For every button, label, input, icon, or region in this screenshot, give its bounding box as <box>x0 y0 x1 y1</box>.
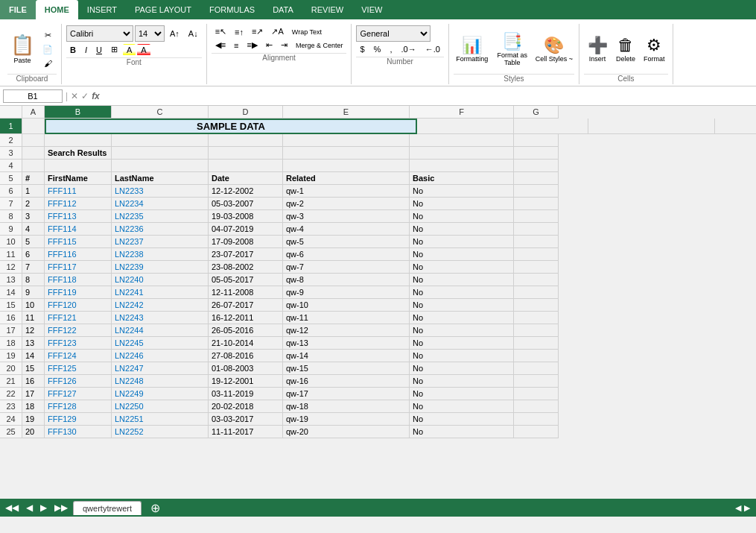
cell-f23[interactable]: No <box>410 400 514 413</box>
cell-c20[interactable]: LN2247 <box>112 362 209 375</box>
cell-c3[interactable] <box>112 147 209 160</box>
cell-e6[interactable]: qw-1 <box>283 185 410 198</box>
cell-c24[interactable]: LN2251 <box>112 413 209 426</box>
cell-a15[interactable]: 10 <box>22 299 45 312</box>
decrease-decimal-button[interactable]: ←.0 <box>422 43 444 55</box>
cell-d16[interactable]: 16-12-2011 <box>209 312 283 324</box>
cell-a21[interactable]: 16 <box>22 375 45 388</box>
cell-a22[interactable]: 17 <box>22 388 45 400</box>
cell-d13[interactable]: 05-05-2017 <box>209 274 283 286</box>
cell-f14[interactable]: No <box>410 286 514 299</box>
cell-d19[interactable]: 27-08-2016 <box>209 350 283 362</box>
cell-a12[interactable]: 7 <box>22 261 45 274</box>
cell-f12[interactable]: No <box>410 261 514 274</box>
row-number[interactable]: 4 <box>0 160 22 172</box>
cell-b16[interactable]: FFF121 <box>45 312 112 324</box>
cell-c16[interactable]: LN2243 <box>112 312 209 324</box>
cell-d18[interactable]: 21-10-2014 <box>209 337 283 350</box>
cell-c1[interactable] <box>417 119 514 134</box>
row-number[interactable]: 17 <box>0 324 22 337</box>
cell-g4[interactable] <box>514 160 559 172</box>
row-number[interactable]: 19 <box>0 350 22 362</box>
row-number[interactable]: 3 <box>0 147 22 160</box>
col-header-c[interactable]: C <box>112 106 209 119</box>
cell-a1[interactable] <box>22 119 45 134</box>
italic-button[interactable]: I <box>81 44 91 56</box>
cell-b2[interactable] <box>45 134 112 147</box>
cell-g14[interactable] <box>514 286 559 299</box>
cell-g2[interactable] <box>514 134 559 147</box>
cell-f13[interactable]: No <box>410 274 514 286</box>
cell-a24[interactable]: 19 <box>22 413 45 426</box>
cell-b19[interactable]: FFF124 <box>45 350 112 362</box>
cell-g19[interactable] <box>514 350 559 362</box>
cell-d7[interactable]: 05-03-2007 <box>209 198 283 210</box>
cell-f3[interactable] <box>410 147 514 160</box>
cell-c13[interactable]: LN2240 <box>112 274 209 286</box>
row-number[interactable]: 23 <box>0 400 22 413</box>
cell-e10[interactable]: qw-5 <box>283 236 410 248</box>
cell-a8[interactable]: 3 <box>22 210 45 223</box>
sheet-scroll-left[interactable]: ◀◀ <box>3 502 21 513</box>
row-number[interactable]: 21 <box>0 375 22 388</box>
align-top-right-button[interactable]: ≡↗ <box>248 25 267 38</box>
cell-c11[interactable]: LN2238 <box>112 248 209 261</box>
cell-f8[interactable]: No <box>410 210 514 223</box>
cell-a20[interactable]: 15 <box>22 362 45 375</box>
row-number[interactable]: 6 <box>0 185 22 198</box>
cell-g10[interactable] <box>514 236 559 248</box>
col-header-e[interactable]: E <box>283 106 410 119</box>
cell-d1[interactable] <box>514 119 588 134</box>
cell-e17[interactable]: qw-12 <box>283 324 410 337</box>
merge-center-button[interactable]: Merge & Center <box>292 39 347 51</box>
cell-f18[interactable]: No <box>410 337 514 350</box>
font-size-select[interactable]: 14 <box>135 25 165 42</box>
cell-g6[interactable] <box>514 185 559 198</box>
cell-e4[interactable] <box>283 160 410 172</box>
cell-g7[interactable] <box>514 198 559 210</box>
align-top-center-button[interactable]: ≡↑ <box>231 25 247 38</box>
cell-f11[interactable]: No <box>410 248 514 261</box>
cell-c15[interactable]: LN2242 <box>112 299 209 312</box>
row-number[interactable]: 5 <box>0 172 22 185</box>
cell-e14[interactable]: qw-9 <box>283 286 410 299</box>
delete-button[interactable]: 🗑 Delete <box>612 34 639 64</box>
cell-g11[interactable] <box>514 248 559 261</box>
cell-b6[interactable]: FFF111 <box>45 185 112 198</box>
cell-c22[interactable]: LN2249 <box>112 388 209 400</box>
format-as-table-button[interactable]: 📑 Format asTable <box>494 31 531 68</box>
cell-c17[interactable]: LN2244 <box>112 324 209 337</box>
scroll-bar-left[interactable]: ◀ <box>735 503 741 513</box>
row-number[interactable]: 9 <box>0 223 22 236</box>
cell-b23[interactable]: FFF128 <box>45 400 112 413</box>
cell-c25[interactable]: LN2252 <box>112 426 209 438</box>
cell-b15[interactable]: FFF120 <box>45 299 112 312</box>
cell-b18[interactable]: FFF123 <box>45 337 112 350</box>
col-header-d[interactable]: D <box>209 106 283 119</box>
col-header-f[interactable]: F <box>410 106 514 119</box>
cell-b22[interactable]: FFF127 <box>45 388 112 400</box>
cell-b5[interactable]: FirstName <box>45 172 112 185</box>
conditional-formatting-button[interactable]: 📊 Formatting <box>454 34 491 64</box>
paste-button[interactable]: 📋 Paste <box>7 32 37 66</box>
cell-d11[interactable]: 23-07-2017 <box>209 248 283 261</box>
cell-d22[interactable]: 03-11-2019 <box>209 388 283 400</box>
cell-g15[interactable] <box>514 299 559 312</box>
cell-f22[interactable]: No <box>410 388 514 400</box>
copy-button[interactable]: 📄 <box>39 43 57 56</box>
cell-d2[interactable] <box>209 134 283 147</box>
cell-a6[interactable]: 1 <box>22 185 45 198</box>
row-number[interactable]: 18 <box>0 337 22 350</box>
underline-button[interactable]: U <box>92 44 106 56</box>
tab-page-layout[interactable]: PAGE LAYOUT <box>126 0 200 19</box>
scroll-bar-right[interactable]: ▶ <box>744 503 750 513</box>
cell-c18[interactable]: LN2245 <box>112 337 209 350</box>
align-left-button[interactable]: ◀≡ <box>212 39 229 51</box>
border-button[interactable]: ⊞ <box>107 43 121 56</box>
cell-c19[interactable]: LN2246 <box>112 350 209 362</box>
cell-a14[interactable]: 9 <box>22 286 45 299</box>
row-number[interactable]: 14 <box>0 286 22 299</box>
cell-d17[interactable]: 26-05-2016 <box>209 324 283 337</box>
cell-g9[interactable] <box>514 223 559 236</box>
row-number[interactable]: 8 <box>0 210 22 223</box>
